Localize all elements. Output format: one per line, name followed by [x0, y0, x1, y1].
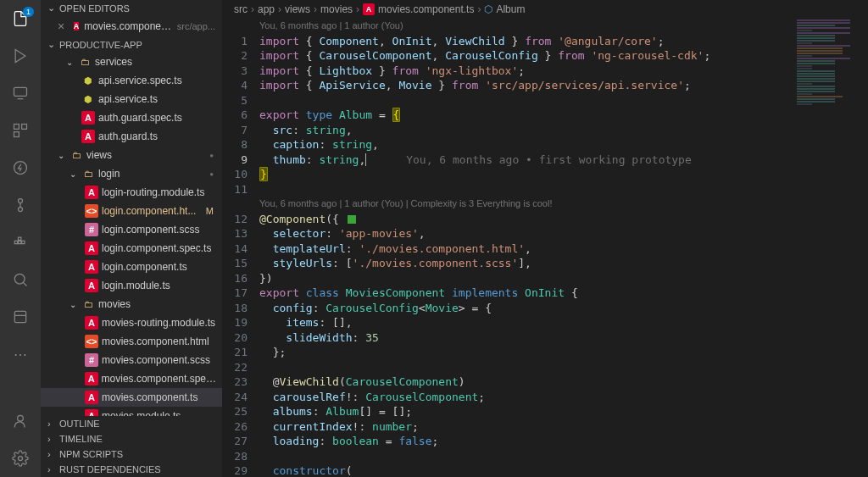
extensions-icon[interactable] — [10, 120, 31, 141]
outline-header[interactable]: ›Outline — [41, 416, 222, 431]
remote-icon[interactable] — [10, 83, 31, 103]
angular-icon: A — [85, 186, 98, 199]
open-editors-header[interactable]: ⌄Open Editors — [41, 0, 222, 16]
activity-bar: 1 ⋯ — [0, 0, 41, 477]
angular-icon: A — [85, 316, 98, 330]
decorator-gutter-icon — [348, 215, 356, 224]
editor-area: src› app› views› movies› A movies.compon… — [222, 0, 868, 477]
angular-icon: A — [81, 130, 95, 143]
settings-icon[interactable] — [10, 448, 31, 469]
html-icon: <> — [85, 335, 98, 348]
codelens[interactable]: You, 6 months ago | 1 author (You) | Com… — [259, 197, 868, 212]
angular-icon: A — [85, 279, 98, 292]
file-login-routing[interactable]: Alogin-routing.module.ts — [41, 183, 222, 202]
codelens[interactable]: You, 6 months ago | 1 author (You) — [259, 19, 868, 34]
code-editor[interactable]: You, 6 months ago | 1 author (You) 1impo… — [222, 19, 868, 477]
svg-point-19 — [19, 457, 23, 461]
file-login-module[interactable]: Alogin.module.ts — [41, 276, 222, 295]
angular-icon: A — [85, 260, 98, 274]
svg-rect-13 — [19, 237, 21, 240]
file-movies-scss[interactable]: #movies.component.scss — [41, 351, 222, 369]
svg-rect-10 — [14, 241, 17, 243]
timeline-header[interactable]: ›Timeline — [41, 431, 222, 446]
angular-icon: A — [81, 111, 95, 125]
svg-rect-12 — [22, 241, 25, 243]
svg-point-14 — [14, 274, 25, 284]
svg-rect-5 — [14, 132, 19, 137]
svg-point-7 — [19, 199, 23, 203]
project-header[interactable]: ⌄productive-app — [41, 36, 222, 53]
svg-rect-4 — [22, 125, 27, 130]
svg-point-6 — [14, 162, 27, 175]
angular-icon: A — [85, 372, 98, 385]
open-editor-tab[interactable]: × A movies.component.ts src/app... — [41, 18, 222, 35]
svg-rect-11 — [19, 241, 21, 243]
html-icon: <> — [85, 204, 98, 218]
file-auth-guard[interactable]: Aauth.guard.ts — [41, 127, 222, 146]
git-blame-annotation: You, 6 months ago • first working protot… — [406, 153, 692, 166]
file-auth-spec[interactable]: Aauth.guard.spec.ts — [41, 108, 222, 127]
breadcrumbs[interactable]: src› app› views› movies› A movies.compon… — [222, 0, 868, 19]
file-movies-spec[interactable]: Amovies.component.spec.ts — [41, 369, 222, 388]
thunder-icon[interactable] — [10, 158, 31, 178]
explorer-icon[interactable]: 1 — [10, 8, 31, 29]
ts-icon: ⬢ — [81, 92, 95, 106]
angular-icon: A — [85, 241, 98, 255]
angular-icon: A — [85, 409, 98, 416]
folder-open-icon: 🗀 — [81, 167, 95, 180]
file-movies-routing[interactable]: Amovies-routing.module.ts — [41, 313, 222, 332]
search-icon[interactable] — [10, 269, 31, 290]
git-icon[interactable] — [10, 195, 31, 215]
npm-header[interactable]: ›NPM Scripts — [41, 446, 222, 462]
svg-marker-0 — [15, 50, 25, 63]
angular-icon: A — [85, 391, 98, 404]
svg-rect-3 — [14, 125, 19, 130]
svg-rect-16 — [14, 311, 25, 322]
more-icon[interactable]: ⋯ — [10, 344, 31, 364]
run-icon[interactable] — [10, 46, 31, 66]
close-icon[interactable]: × — [58, 19, 69, 33]
ts-icon: ⬢ — [81, 74, 95, 87]
file-tree: ⌄🗀services ⬢api.service.spec.ts ⬢api.ser… — [41, 53, 222, 416]
angular-icon: A — [363, 3, 375, 15]
file-movies-module[interactable]: Amovies.module.ts — [41, 407, 222, 416]
file-login-spec[interactable]: Alogin.component.spec.ts — [41, 239, 222, 258]
folder-open-icon: 🗀 — [78, 55, 92, 69]
angular-icon: A — [74, 22, 80, 31]
svg-point-18 — [18, 415, 24, 421]
folder-open-icon: 🗀 — [81, 297, 95, 311]
folder-open-icon: 🗀 — [70, 148, 83, 162]
file-api-service[interactable]: ⬢api.service.ts — [41, 90, 222, 108]
file-api-spec[interactable]: ⬢api.service.spec.ts — [41, 71, 222, 90]
folder-movies[interactable]: ⌄🗀movies — [41, 295, 222, 313]
svg-rect-1 — [14, 87, 27, 96]
file-login-scss[interactable]: #login.component.scss — [41, 220, 222, 239]
svg-point-8 — [19, 208, 23, 212]
scss-icon: # — [85, 223, 98, 236]
folder-services[interactable]: ⌄🗀services — [41, 53, 222, 71]
file-login-html[interactable]: <>login.component.ht...M — [41, 202, 222, 220]
folder-views[interactable]: ⌄🗀views● — [41, 146, 222, 164]
docker-icon[interactable] — [10, 232, 31, 252]
minimap[interactable] — [792, 19, 868, 477]
account-icon[interactable] — [10, 411, 31, 431]
explorer-sidebar: ⌄Open Editors × A movies.component.ts sr… — [41, 0, 222, 477]
scss-icon: # — [85, 353, 98, 367]
project-icon[interactable] — [10, 307, 31, 327]
explorer-badge: 1 — [23, 7, 34, 17]
folder-login[interactable]: ⌄🗀login● — [41, 164, 222, 183]
file-movies-html[interactable]: <>movies.component.html — [41, 332, 222, 351]
rust-header[interactable]: ›Rust Dependencies — [41, 462, 222, 477]
svg-line-15 — [23, 282, 26, 286]
file-login-ts[interactable]: Alogin.component.ts — [41, 258, 222, 276]
file-movies-ts[interactable]: Amovies.component.ts — [41, 388, 222, 407]
